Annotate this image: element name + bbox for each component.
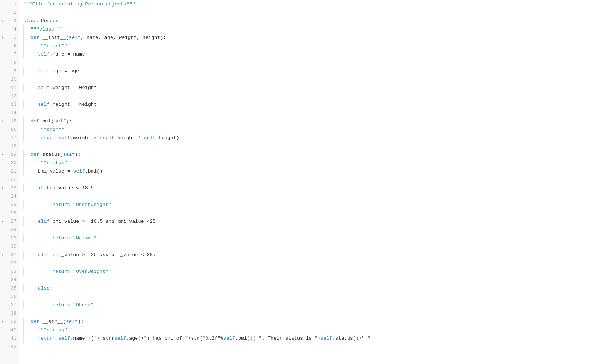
code-line-19: def status(self):	[19, 150, 613, 159]
line-num-text-24: 24	[11, 194, 16, 199]
line-number-20: 20	[0, 159, 19, 167]
token: self	[63, 152, 75, 157]
code-line-31: elif bmi_value >= 25 and bmi_value < 30:	[19, 251, 613, 259]
code-line-4: """class"""	[19, 25, 613, 33]
line-num-text-41: 41	[11, 336, 16, 341]
code-line-27: elif bmi_value >= 18.5 and bmi_value <25…	[19, 217, 613, 226]
token: """bmi"""	[38, 127, 64, 132]
token: .age)+") has bmi of "+str("%.2f"%	[126, 336, 223, 341]
token: bmi_value <25:	[115, 219, 159, 224]
line-number-41: 41	[0, 334, 19, 343]
line-num-text-40: 40	[11, 327, 16, 333]
fold-arrow-39[interactable]: ▾	[1, 320, 4, 324]
token: self	[223, 336, 235, 341]
line-num-text-20: 20	[11, 160, 16, 166]
fold-arrow-19[interactable]: ▾	[1, 153, 4, 157]
line-num-text-31: 31	[11, 252, 16, 258]
code-line-8	[19, 58, 613, 67]
line-num-text-25: 25	[11, 202, 16, 207]
line-number-15: ▾15	[0, 117, 19, 125]
fold-arrow-15[interactable]: ▾	[1, 119, 4, 124]
token: bmi_value < 18.5:	[47, 185, 97, 191]
indent-guides	[23, 25, 31, 33]
token: def	[31, 35, 42, 40]
token: and	[105, 219, 114, 224]
token: bmi_value >= 18.5	[53, 219, 106, 224]
indent-guides	[23, 326, 38, 334]
token: (	[51, 118, 54, 124]
token: """File for creating Person objects"""	[23, 1, 135, 7]
line-num-text-36: 36	[11, 294, 16, 299]
line-number-23: ▾23	[0, 184, 19, 192]
fold-arrow-31[interactable]: ▾	[1, 253, 4, 257]
code-line-1: """File for creating Person objects"""	[19, 0, 613, 8]
line-num-text-6: 6	[13, 43, 16, 49]
line-number-25: 25	[0, 201, 19, 209]
line-number-38: 38	[0, 309, 19, 318]
line-num-text-27: 27	[11, 219, 16, 224]
indent-guides	[23, 33, 31, 42]
code-line-34	[19, 276, 613, 284]
token: bmi_value =	[38, 169, 73, 174]
token: .weight = weight	[49, 85, 97, 90]
token: return	[52, 269, 73, 274]
line-number-29: 29	[0, 234, 19, 242]
token: self	[38, 102, 49, 107]
line-number-31: ▾31	[0, 251, 19, 259]
line-num-text-18: 18	[11, 143, 16, 149]
token: self	[38, 52, 49, 57]
indent-guides	[23, 201, 52, 209]
token: self	[38, 68, 49, 74]
token: def	[31, 152, 42, 157]
token: .name = name	[49, 52, 85, 57]
indent-guides	[23, 251, 38, 259]
token: .bmi())+". Their status is "+	[235, 336, 321, 341]
line-num-text-39: 39	[11, 319, 16, 324]
line-number-39: ▾39	[0, 318, 19, 326]
line-number-5: ▾5	[0, 33, 19, 42]
line-num-text-42: 42	[11, 344, 16, 349]
token: self	[59, 135, 70, 141]
line-num-text-35: 35	[11, 286, 16, 291]
code-line-20: """status"""	[19, 159, 613, 167]
token: (	[63, 319, 66, 324]
token: .weight / (	[70, 135, 103, 141]
code-line-41: return self.name +("+ str(self.age)+") h…	[19, 334, 613, 343]
code-line-30	[19, 242, 613, 251]
line-number-35: 35	[0, 284, 19, 292]
token: else:	[38, 286, 53, 291]
line-num-text-2: 2	[13, 10, 16, 15]
token: """status"""	[38, 160, 73, 166]
code-content-area[interactable]: """File for creating Person objects"""cl…	[19, 0, 613, 364]
line-number-19: ▾19	[0, 150, 19, 159]
line-number-21: 21	[0, 167, 19, 175]
indent-guides	[23, 184, 38, 192]
token: return	[38, 135, 59, 141]
indent-guides	[23, 159, 38, 167]
line-num-text-15: 15	[11, 118, 16, 124]
code-line-38	[19, 309, 613, 318]
token: (	[66, 35, 69, 40]
token: ):	[78, 319, 84, 324]
line-num-text-9: 9	[13, 68, 16, 74]
code-line-42	[19, 343, 613, 351]
fold-arrow-23[interactable]: ▾	[1, 186, 4, 190]
line-num-text-10: 10	[11, 77, 16, 82]
token: ):	[66, 118, 72, 124]
indent-guides	[23, 50, 38, 58]
fold-arrow-5[interactable]: ▾	[1, 36, 4, 40]
token: :	[59, 18, 61, 24]
token: self	[321, 336, 332, 341]
line-num-text-26: 26	[11, 210, 16, 216]
fold-arrow-3[interactable]: ▾	[1, 19, 4, 23]
indent-guides	[23, 150, 31, 159]
code-line-32	[19, 259, 613, 267]
token: """string"""	[38, 327, 73, 333]
line-num-text-37: 37	[11, 302, 16, 308]
line-number-37: 37	[0, 301, 19, 309]
code-line-16: """bmi"""	[19, 125, 613, 134]
fold-arrow-27[interactable]: ▾	[1, 219, 4, 224]
token: bmi	[42, 118, 51, 124]
line-num-text-1: 1	[13, 1, 16, 7]
indent-guides	[23, 125, 38, 134]
